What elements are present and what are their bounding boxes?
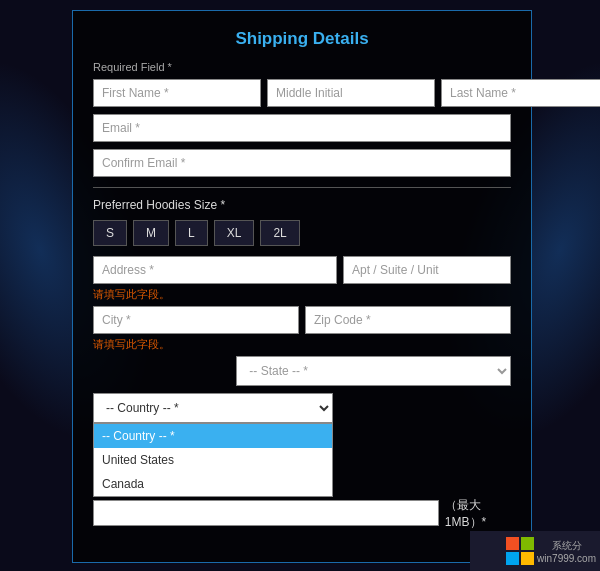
confirm-email-row bbox=[93, 149, 511, 177]
state-select[interactable]: -- State -- * bbox=[236, 356, 511, 386]
zip-input[interactable] bbox=[305, 306, 511, 334]
watermark-label: 系统分 bbox=[552, 539, 582, 553]
required-label: Required Field * bbox=[93, 61, 511, 73]
country-row: -- Country -- * United States Canada -- … bbox=[93, 393, 511, 423]
size-2l-button[interactable]: 2L bbox=[260, 220, 299, 246]
confirm-email-input[interactable] bbox=[93, 149, 511, 177]
name-row bbox=[93, 79, 511, 107]
address-row bbox=[93, 256, 511, 284]
upload-input[interactable] bbox=[93, 500, 439, 526]
upload-row: （最大 1MB）* bbox=[93, 491, 511, 535]
state-row: -- State -- * bbox=[93, 356, 511, 386]
size-section-label: Preferred Hoodies Size * bbox=[93, 198, 511, 212]
size-buttons: S M L XL 2L bbox=[93, 220, 511, 246]
city-input[interactable] bbox=[93, 306, 299, 334]
address-input[interactable] bbox=[93, 256, 337, 284]
windows-logo-icon bbox=[505, 536, 535, 566]
middle-initial-input[interactable] bbox=[267, 79, 435, 107]
apt-input[interactable] bbox=[343, 256, 511, 284]
size-xl-button[interactable]: XL bbox=[214, 220, 255, 246]
size-s-button[interactable]: S bbox=[93, 220, 127, 246]
form-title: Shipping Details bbox=[93, 29, 511, 49]
address-error: 请填写此字段。 bbox=[93, 287, 511, 302]
win-taskbar: 系统分 win7999.com bbox=[470, 531, 600, 571]
watermark-text-group: 系统分 win7999.com bbox=[537, 539, 596, 564]
country-option-ca[interactable]: Canada bbox=[94, 472, 332, 496]
svg-rect-3 bbox=[521, 552, 534, 565]
country-option-default[interactable]: -- Country -- * bbox=[94, 424, 332, 448]
email-row bbox=[93, 114, 511, 142]
divider bbox=[93, 187, 511, 188]
form-container: Shipping Details Required Field * Prefer… bbox=[72, 10, 532, 563]
svg-rect-0 bbox=[506, 537, 519, 550]
size-l-button[interactable]: L bbox=[175, 220, 208, 246]
watermark-url: win7999.com bbox=[537, 553, 596, 564]
country-select[interactable]: -- Country -- * United States Canada bbox=[93, 393, 333, 423]
city-error: 请填写此字段。 bbox=[93, 337, 511, 352]
size-m-button[interactable]: M bbox=[133, 220, 169, 246]
email-input[interactable] bbox=[93, 114, 511, 142]
first-name-input[interactable] bbox=[93, 79, 261, 107]
country-option-us[interactable]: United States bbox=[94, 448, 332, 472]
last-name-input[interactable] bbox=[441, 79, 600, 107]
svg-rect-1 bbox=[521, 537, 534, 550]
city-zip-row bbox=[93, 306, 511, 334]
upload-size-label: （最大 1MB）* bbox=[445, 497, 511, 531]
svg-rect-2 bbox=[506, 552, 519, 565]
country-dropdown-open: -- Country -- * United States Canada bbox=[93, 423, 333, 497]
country-dropdown-container: -- Country -- * United States Canada -- … bbox=[93, 393, 333, 423]
